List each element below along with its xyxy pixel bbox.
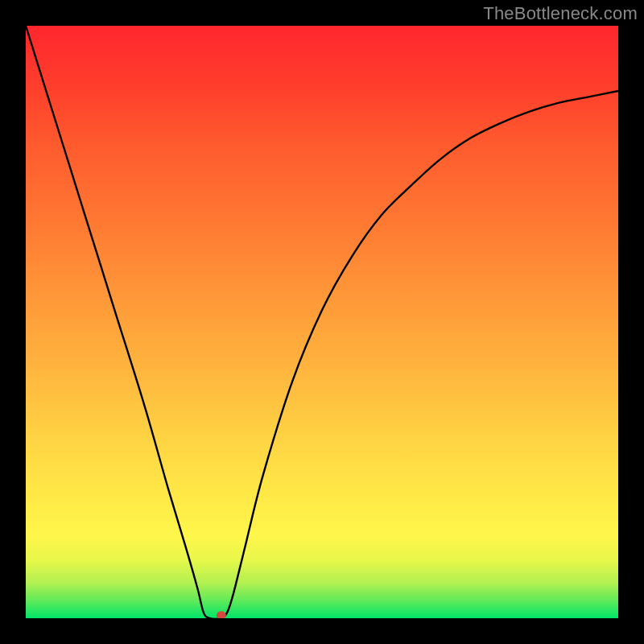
plot-area [26,26,618,618]
bottleneck-curve [26,26,618,618]
watermark-text: TheBottleneck.com [483,3,638,24]
chart-svg [26,26,618,618]
chart-frame: TheBottleneck.com [0,0,644,644]
marker-dot [217,611,226,618]
